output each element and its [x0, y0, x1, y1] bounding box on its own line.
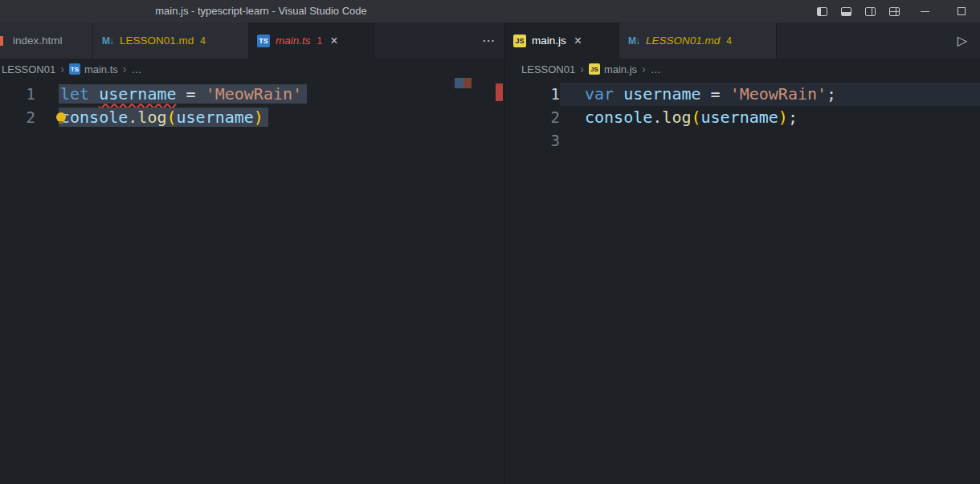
- javascript-icon: JS: [513, 35, 526, 47]
- code-token: console: [585, 108, 652, 127]
- tab-bar-spacer: [777, 22, 945, 59]
- run-code-button[interactable]: ▷: [945, 22, 980, 59]
- chevron-right-icon: ›: [580, 63, 584, 75]
- code-token: [721, 84, 730, 104]
- line-number[interactable]: 2: [0, 106, 35, 129]
- left-breadcrumb: LESSON01 › TS main.ts › …: [0, 59, 504, 79]
- minimap-error-mark[interactable]: [463, 78, 472, 88]
- code-token: log: [662, 108, 691, 127]
- code-token: =: [711, 84, 721, 104]
- problems-badge: 4: [726, 35, 732, 47]
- code-token: ;: [788, 108, 798, 127]
- breadcrumb-symbol[interactable]: …: [131, 63, 141, 75]
- chevron-right-icon: ›: [123, 63, 127, 75]
- breadcrumb-file[interactable]: main.js: [604, 63, 637, 75]
- breadcrumb-symbol[interactable]: …: [651, 63, 661, 75]
- code-token: username: [701, 108, 778, 127]
- tab-index-html[interactable]: index.html: [0, 22, 93, 59]
- code-token: log: [137, 108, 166, 127]
- more-actions-button[interactable]: ⋯: [472, 22, 504, 59]
- tab-lesson01-md[interactable]: M↓ LESSON01.md 4: [619, 22, 777, 59]
- code-token: console: [60, 108, 128, 127]
- overview-ruler-error-mark: [496, 83, 503, 101]
- code-text: console.log(username): [35, 106, 268, 129]
- breadcrumb-folder[interactable]: LESSON01: [521, 63, 575, 75]
- code-line[interactable]: 1let username = 'MeowRain': [0, 83, 504, 106]
- customize-layout-icon[interactable]: [882, 0, 906, 22]
- code-token: (: [691, 108, 700, 127]
- left-tab-bar: index.html M↓ LESSON01.md 4 TS main.ts 1…: [0, 22, 504, 59]
- line-number[interactable]: 3: [505, 129, 560, 153]
- code-token: [177, 84, 186, 104]
- code-text: let username = 'MeowRain': [35, 83, 307, 106]
- code-token: .: [652, 108, 662, 127]
- code-token: (: [166, 108, 176, 127]
- code-text: console.log(username);: [560, 106, 798, 129]
- toggle-primary-sidebar-icon[interactable]: [810, 0, 834, 22]
- typescript-icon: TS: [257, 35, 270, 47]
- typescript-icon: TS: [69, 63, 80, 75]
- toggle-panel-icon[interactable]: [834, 0, 858, 22]
- code-token: ): [254, 108, 263, 127]
- right-tab-bar: JS main.js × M↓ LESSON01.md 4 ▷: [504, 22, 980, 59]
- tab-main-js[interactable]: JS main.js ×: [505, 22, 619, 59]
- code-token: let: [60, 84, 89, 104]
- window-controls: [810, 0, 980, 22]
- code-token: 'MeowRain': [730, 84, 827, 104]
- error-squiggle-token: username: [99, 84, 176, 104]
- minimap-code-mark[interactable]: [455, 78, 463, 88]
- chevron-right-icon: ›: [642, 63, 646, 75]
- close-icon[interactable]: ×: [330, 35, 337, 47]
- code-token: 'MeowRain': [206, 84, 302, 104]
- code-token: [196, 84, 206, 104]
- breadcrumb-file[interactable]: main.ts: [84, 63, 118, 75]
- tab-bar-spacer: [374, 22, 472, 59]
- title-bar: main.js - typescript-learn - Visual Stud…: [0, 0, 980, 22]
- code-token: username: [623, 84, 700, 104]
- code-text: [560, 129, 585, 153]
- problems-badge: 1: [317, 35, 323, 47]
- breadcrumb-folder[interactable]: LESSON01: [2, 63, 55, 75]
- line-number[interactable]: 2: [505, 106, 560, 129]
- window-title: main.js - typescript-learn - Visual Stud…: [120, 0, 402, 22]
- tab-lesson01-md[interactable]: M↓ LESSON01.md 4: [93, 22, 249, 59]
- tab-label: LESSON01.md: [120, 35, 194, 47]
- tab-main-ts[interactable]: TS main.ts 1 ×: [249, 22, 374, 59]
- code-line[interactable]: 3: [505, 129, 980, 153]
- code-line[interactable]: 2console.log(username): [0, 106, 504, 129]
- tab-label: main.js: [532, 35, 566, 47]
- html-icon: [0, 36, 3, 46]
- toggle-secondary-sidebar-icon[interactable]: [858, 0, 882, 22]
- close-icon[interactable]: ×: [574, 35, 582, 47]
- code-token: username: [177, 108, 254, 127]
- selection-highlight: let username = 'MeowRain': [59, 84, 307, 104]
- markdown-icon: M↓: [627, 35, 640, 47]
- code-token: [701, 84, 711, 104]
- code-line[interactable]: 1var username = 'MeowRain';: [505, 83, 980, 106]
- code-line[interactable]: 2console.log(username);: [505, 106, 980, 129]
- code-token: .: [128, 108, 137, 127]
- markdown-icon: M↓: [101, 35, 114, 47]
- right-editor[interactable]: 1var username = 'MeowRain';2console.log(…: [504, 79, 980, 484]
- maximize-button[interactable]: [943, 0, 980, 22]
- tab-label: LESSON01.md: [646, 35, 720, 47]
- code-text: var username = 'MeowRain';: [560, 83, 836, 106]
- code-token: [89, 84, 99, 104]
- chevron-right-icon: ›: [60, 63, 64, 75]
- code-token: [614, 84, 623, 104]
- minimize-button[interactable]: [906, 0, 943, 22]
- line-number[interactable]: 1: [0, 83, 35, 106]
- code-token: =: [186, 84, 196, 104]
- problems-badge: 4: [200, 35, 206, 47]
- tab-label: index.html: [13, 35, 63, 47]
- code-token: var: [585, 84, 614, 104]
- code-token: ;: [827, 84, 836, 104]
- code-token: ): [778, 108, 788, 127]
- javascript-icon: JS: [589, 63, 600, 75]
- lightbulb-icon[interactable]: [56, 112, 66, 122]
- line-number[interactable]: 1: [505, 83, 560, 106]
- left-editor[interactable]: 1let username = 'MeowRain'2console.log(u…: [0, 79, 504, 484]
- selection-highlight: console.log(username): [59, 108, 268, 127]
- tab-label: main.ts: [276, 35, 311, 47]
- right-breadcrumb: LESSON01 › JS main.js › …: [504, 59, 980, 79]
